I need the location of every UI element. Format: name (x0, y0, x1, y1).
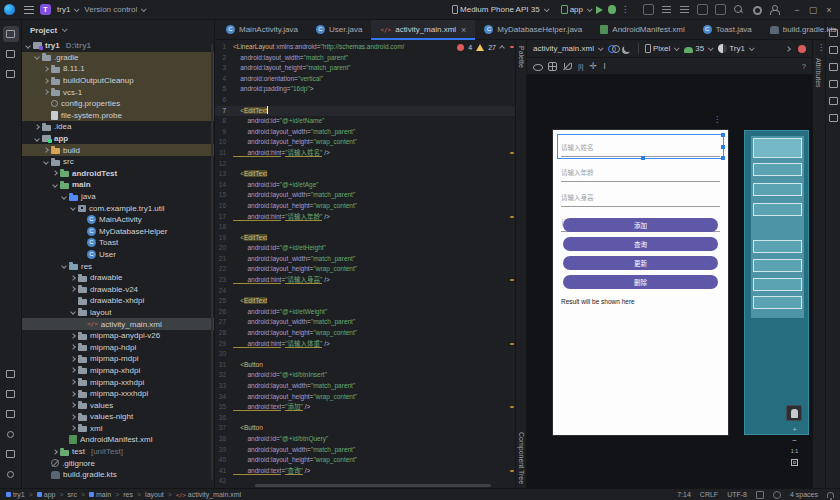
project-scrollbar[interactable] (211, 44, 213, 480)
tree-item-mipmap-anydpi-v26[interactable]: mipmap-anydpi-v26 (22, 330, 214, 342)
main-menu-icon[interactable] (24, 6, 34, 14)
search-icon[interactable] (733, 4, 744, 15)
close-button[interactable]: × (822, 5, 836, 15)
tree-item-app[interactable]: app (22, 133, 214, 145)
code-line[interactable]: 13 <EditText (215, 169, 515, 180)
code-line[interactable]: 8 android:id="@+id/etName" (215, 116, 515, 127)
chevron-down-icon[interactable] (34, 136, 40, 142)
project-panel-header[interactable]: Project (22, 20, 214, 40)
blueprint-button-3[interactable] (753, 278, 802, 291)
code-line[interactable]: 16 android:layout_height="wrap_content" (215, 201, 515, 212)
design-file-selector[interactable]: activity_main.xml (533, 44, 602, 53)
chevron-right-icon[interactable] (70, 391, 76, 397)
more-actions-icon[interactable]: ⋮ (621, 6, 629, 14)
running-devices-icon[interactable] (827, 77, 840, 90)
terminal-icon[interactable] (3, 446, 19, 462)
code-line[interactable]: 31 <Button (215, 360, 515, 371)
tree-item-mipmap-xhdpi[interactable]: mipmap-xhdpi (22, 365, 214, 377)
indent-guides-icon[interactable] (756, 491, 764, 499)
preview-edittext-2[interactable]: 请输入年龄 (561, 162, 720, 182)
problems-icon[interactable] (3, 426, 19, 442)
chevron-right-icon[interactable] (43, 89, 49, 95)
breadcrumb-item-app[interactable]: app (37, 491, 56, 498)
code-line[interactable]: 25 <EditText (215, 296, 515, 307)
vcs-selector[interactable]: Version control (84, 5, 145, 14)
code-line[interactable]: 40 android:layout_height="wrap_content" (215, 455, 515, 466)
night-mode-icon[interactable] (623, 44, 632, 53)
breadcrumb-item-layout[interactable]: layout (145, 491, 164, 498)
tree-item-mydatabasehelper[interactable]: CMyDatabaseHelper (22, 226, 214, 238)
code-line[interactable]: 33 android:layout_width="match_parent" (215, 381, 515, 392)
chevron-right-icon[interactable] (70, 275, 76, 281)
preview-button-4[interactable]: 删除 (563, 275, 718, 289)
code-line[interactable]: 6 (215, 95, 515, 106)
cursor-icon[interactable]: I (603, 62, 606, 71)
code-line[interactable]: 37 <Button (215, 423, 515, 434)
code-line[interactable]: 11 android:hint="请输入姓名" /> (215, 148, 515, 159)
code-editor[interactable]: 1<LinearLayout xmlns:android="http://sch… (215, 40, 515, 488)
code-line[interactable]: 12 (215, 159, 515, 170)
magnet-off-icon[interactable] (563, 62, 572, 71)
chevron-down-icon[interactable] (70, 310, 76, 316)
warning-stripe-mark[interactable] (510, 279, 514, 281)
chevron-down-icon[interactable] (61, 263, 67, 269)
tab-mydatabasehelper-java[interactable]: CMyDatabaseHelper.java (475, 20, 591, 39)
resize-handle[interactable] (721, 156, 725, 160)
code-line[interactable]: 20 android:id="@+id/etHeight" (215, 243, 515, 254)
warning-stripe-mark[interactable] (510, 470, 514, 472)
build-icon[interactable] (697, 4, 708, 15)
api-version-selector[interactable]: 35 (684, 44, 712, 53)
chevron-right-icon[interactable] (70, 379, 76, 385)
tree-item-mipmap-xxxhdpi[interactable]: mipmap-xxxhdpi (22, 388, 214, 400)
resource-manager-icon[interactable] (3, 386, 19, 402)
more-tool-windows-icon[interactable] (3, 66, 19, 82)
tree-item-androidmanifest-xml[interactable]: AndroidManifest.xml (22, 434, 214, 446)
tree-item-mipmap-xxhdpi[interactable]: mipmap-xxhdpi (22, 376, 214, 388)
code-line[interactable]: 3 android:layout_height="match_parent" (215, 63, 515, 74)
code-line[interactable]: 19 <EditText (215, 233, 515, 244)
preview-button-3[interactable]: 更新 (563, 256, 718, 270)
code-line[interactable]: 35 android:text="添加" /> (215, 402, 515, 413)
run-button[interactable] (596, 6, 603, 14)
code-line[interactable]: 36 (215, 413, 515, 424)
code-line[interactable]: 22 android:layout_height="wrap_content" (215, 264, 515, 275)
blueprint-button-2[interactable] (753, 259, 802, 272)
design-surface[interactable]: ⋮ Result will be shown here 请输入姓名请输入年龄请输… (527, 75, 812, 488)
help-button[interactable]: ? (802, 62, 806, 71)
tree-item-file-system-probe[interactable]: file-system.probe (22, 110, 214, 122)
tree-item-toast[interactable]: CToast (22, 237, 214, 249)
tree-item-build-gradle-kts[interactable]: build.gradle.kts (22, 469, 214, 481)
tree-item-mipmap-mdpi[interactable]: mipmap-mdpi (22, 353, 214, 365)
debug-button[interactable] (608, 5, 616, 14)
code-line[interactable]: 39 android:layout_width="match_parent" (215, 445, 515, 456)
app-inspection-icon[interactable] (3, 406, 19, 422)
code-line[interactable]: 17 android:hint="请输入年龄" /> (215, 212, 515, 223)
preview-menu-icon[interactable]: ⋮ (713, 115, 721, 124)
logcat-icon[interactable] (3, 366, 19, 382)
preview-button-1[interactable]: 添加 (563, 218, 718, 232)
tree-item-src[interactable]: src (22, 156, 214, 168)
tree-item-main[interactable]: main (22, 179, 214, 191)
chevron-down-icon[interactable] (34, 55, 40, 61)
tree-item-drawable[interactable]: drawable (22, 272, 214, 284)
tree-item--gradle[interactable]: .gradle (22, 52, 214, 64)
profile-icon[interactable] (769, 4, 780, 15)
chevron-down-icon[interactable] (25, 43, 31, 49)
code-line[interactable]: 23 android:hint="请输入身高" /> (215, 275, 515, 286)
warning-stripe-mark[interactable] (510, 216, 514, 218)
run-config-selector[interactable]: app (561, 5, 591, 14)
blueprint-edittext-4[interactable] (753, 203, 802, 216)
resize-handle[interactable] (721, 133, 725, 137)
resize-handle[interactable] (721, 145, 725, 149)
code-line[interactable]: 4 android:orientation="vertical" (215, 74, 515, 85)
add-tool-icon[interactable] (827, 94, 840, 107)
code-line[interactable]: 15 android:layout_width="match_parent" (215, 190, 515, 201)
code-line[interactable]: 32 android:id="@+id/btnInsert" (215, 370, 515, 381)
device-selector[interactable]: Medium Phone API 35 (452, 5, 548, 14)
chevron-down-icon[interactable] (70, 205, 76, 211)
inspections-widget[interactable]: 4 27 (454, 43, 507, 52)
structure-icon[interactable] (827, 111, 840, 124)
code-line[interactable]: 27 android:layout_width="match_parent" (215, 317, 515, 328)
zoom-to-fit-button[interactable] (791, 459, 798, 466)
tree-item-build[interactable]: build (22, 144, 214, 156)
